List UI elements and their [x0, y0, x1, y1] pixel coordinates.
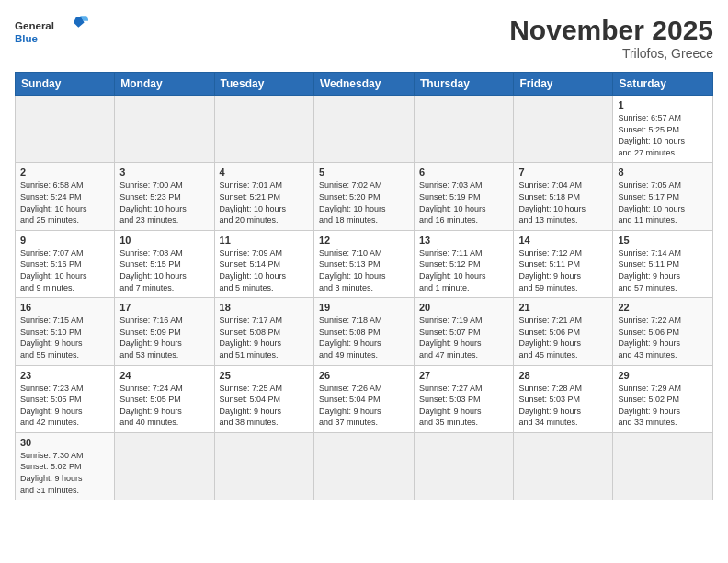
day-number: 19 [319, 302, 409, 313]
day-info: Sunrise: 7:04 AM Sunset: 5:18 PM Dayligh… [518, 179, 608, 225]
day-info: Sunrise: 6:58 AM Sunset: 5:24 PM Dayligh… [20, 179, 109, 225]
day-info: Sunrise: 7:26 AM Sunset: 5:04 PM Dayligh… [319, 383, 409, 429]
calendar-cell: 12Sunrise: 7:10 AM Sunset: 5:13 PM Dayli… [313, 230, 414, 297]
day-number: 30 [20, 437, 109, 448]
day-info: Sunrise: 7:22 AM Sunset: 5:06 PM Dayligh… [618, 315, 708, 361]
day-info: Sunrise: 7:05 AM Sunset: 5:17 PM Dayligh… [618, 179, 708, 225]
day-number: 15 [618, 235, 708, 246]
calendar-cell [115, 432, 214, 500]
day-info: Sunrise: 7:14 AM Sunset: 5:11 PM Dayligh… [618, 247, 708, 293]
calendar-cell: 16Sunrise: 7:15 AM Sunset: 5:10 PM Dayli… [16, 298, 115, 365]
weekday-header-sunday: Sunday [16, 73, 115, 96]
day-info: Sunrise: 7:07 AM Sunset: 5:16 PM Dayligh… [20, 247, 109, 293]
day-number: 2 [20, 167, 109, 178]
day-info: Sunrise: 7:12 AM Sunset: 5:11 PM Dayligh… [518, 247, 608, 293]
day-number: 1 [618, 99, 708, 110]
day-number: 18 [220, 302, 309, 313]
location: Trilofos, Greece [509, 46, 713, 61]
weekday-header-monday: Monday [115, 73, 214, 96]
weekday-header-saturday: Saturday [613, 73, 713, 96]
day-number: 4 [220, 167, 309, 178]
calendar-cell: 24Sunrise: 7:24 AM Sunset: 5:05 PM Dayli… [115, 365, 214, 432]
day-number: 9 [20, 235, 109, 246]
page-header: General Blue November 2025 Trilofos, Gre… [15, 15, 713, 61]
calendar-cell: 20Sunrise: 7:19 AM Sunset: 5:07 PM Dayli… [414, 298, 514, 365]
calendar-cell: 26Sunrise: 7:26 AM Sunset: 5:04 PM Dayli… [313, 365, 414, 432]
calendar-cell: 11Sunrise: 7:09 AM Sunset: 5:14 PM Dayli… [214, 230, 313, 297]
day-info: Sunrise: 7:15 AM Sunset: 5:10 PM Dayligh… [20, 315, 109, 361]
weekday-header-friday: Friday [514, 73, 613, 96]
calendar-week-5: 23Sunrise: 7:23 AM Sunset: 5:05 PM Dayli… [16, 365, 713, 432]
calendar-cell: 21Sunrise: 7:21 AM Sunset: 5:06 PM Dayli… [514, 298, 613, 365]
calendar-table: SundayMondayTuesdayWednesdayThursdayFrid… [15, 72, 713, 500]
day-number: 29 [618, 370, 708, 381]
day-info: Sunrise: 7:19 AM Sunset: 5:07 PM Dayligh… [419, 315, 509, 361]
calendar-week-3: 9Sunrise: 7:07 AM Sunset: 5:16 PM Daylig… [16, 230, 713, 297]
calendar-cell: 13Sunrise: 7:11 AM Sunset: 5:12 PM Dayli… [414, 230, 514, 297]
calendar-cell [613, 432, 713, 500]
day-number: 13 [419, 235, 509, 246]
calendar-cell: 14Sunrise: 7:12 AM Sunset: 5:11 PM Dayli… [514, 230, 613, 297]
calendar-cell: 1Sunrise: 6:57 AM Sunset: 5:25 PM Daylig… [613, 96, 713, 163]
calendar-cell: 7Sunrise: 7:04 AM Sunset: 5:18 PM Daylig… [514, 163, 613, 230]
day-number: 14 [518, 235, 608, 246]
day-number: 25 [220, 370, 309, 381]
day-number: 20 [419, 302, 509, 313]
calendar-cell: 6Sunrise: 7:03 AM Sunset: 5:19 PM Daylig… [414, 163, 514, 230]
calendar-cell: 28Sunrise: 7:28 AM Sunset: 5:03 PM Dayli… [514, 365, 613, 432]
calendar-cell: 29Sunrise: 7:29 AM Sunset: 5:02 PM Dayli… [613, 365, 713, 432]
svg-text:Blue: Blue [15, 33, 39, 44]
calendar-cell [414, 96, 514, 163]
calendar-cell: 18Sunrise: 7:17 AM Sunset: 5:08 PM Dayli… [214, 298, 313, 365]
logo-icon: General Blue [15, 15, 88, 52]
day-number: 26 [319, 370, 409, 381]
day-info: Sunrise: 7:29 AM Sunset: 5:02 PM Dayligh… [618, 383, 708, 429]
day-info: Sunrise: 7:21 AM Sunset: 5:06 PM Dayligh… [518, 315, 608, 361]
day-info: Sunrise: 6:57 AM Sunset: 5:25 PM Dayligh… [618, 112, 708, 158]
weekday-header-thursday: Thursday [414, 73, 514, 96]
day-info: Sunrise: 7:01 AM Sunset: 5:21 PM Dayligh… [220, 179, 309, 225]
calendar-week-6: 30Sunrise: 7:30 AM Sunset: 5:02 PM Dayli… [16, 432, 713, 500]
day-number: 21 [518, 302, 608, 313]
day-info: Sunrise: 7:24 AM Sunset: 5:05 PM Dayligh… [119, 383, 209, 429]
calendar-week-4: 16Sunrise: 7:15 AM Sunset: 5:10 PM Dayli… [16, 298, 713, 365]
calendar-cell: 19Sunrise: 7:18 AM Sunset: 5:08 PM Dayli… [313, 298, 414, 365]
day-number: 6 [419, 167, 509, 178]
day-info: Sunrise: 7:02 AM Sunset: 5:20 PM Dayligh… [319, 179, 409, 225]
day-number: 3 [119, 167, 209, 178]
calendar-cell [313, 432, 414, 500]
day-info: Sunrise: 7:16 AM Sunset: 5:09 PM Dayligh… [119, 315, 209, 361]
calendar-cell: 2Sunrise: 6:58 AM Sunset: 5:24 PM Daylig… [16, 163, 115, 230]
day-info: Sunrise: 7:00 AM Sunset: 5:23 PM Dayligh… [119, 179, 209, 225]
calendar-cell [214, 432, 313, 500]
calendar-cell: 15Sunrise: 7:14 AM Sunset: 5:11 PM Dayli… [613, 230, 713, 297]
day-info: Sunrise: 7:28 AM Sunset: 5:03 PM Dayligh… [518, 383, 608, 429]
day-number: 12 [319, 235, 409, 246]
day-number: 5 [319, 167, 409, 178]
day-info: Sunrise: 7:25 AM Sunset: 5:04 PM Dayligh… [220, 383, 309, 429]
calendar-cell: 4Sunrise: 7:01 AM Sunset: 5:21 PM Daylig… [214, 163, 313, 230]
weekday-header-row: SundayMondayTuesdayWednesdayThursdayFrid… [16, 73, 713, 96]
calendar-cell [414, 432, 514, 500]
day-info: Sunrise: 7:17 AM Sunset: 5:08 PM Dayligh… [220, 315, 309, 361]
day-number: 7 [518, 167, 608, 178]
calendar-cell: 23Sunrise: 7:23 AM Sunset: 5:05 PM Dayli… [16, 365, 115, 432]
calendar-cell [214, 96, 313, 163]
calendar-cell: 27Sunrise: 7:27 AM Sunset: 5:03 PM Dayli… [414, 365, 514, 432]
day-number: 11 [220, 235, 309, 246]
day-number: 22 [618, 302, 708, 313]
calendar-cell: 9Sunrise: 7:07 AM Sunset: 5:16 PM Daylig… [16, 230, 115, 297]
calendar-cell: 17Sunrise: 7:16 AM Sunset: 5:09 PM Dayli… [115, 298, 214, 365]
calendar-cell: 22Sunrise: 7:22 AM Sunset: 5:06 PM Dayli… [613, 298, 713, 365]
day-number: 16 [20, 302, 109, 313]
calendar-cell [115, 96, 214, 163]
calendar-cell: 8Sunrise: 7:05 AM Sunset: 5:17 PM Daylig… [613, 163, 713, 230]
weekday-header-tuesday: Tuesday [214, 73, 313, 96]
calendar-cell [514, 96, 613, 163]
day-info: Sunrise: 7:18 AM Sunset: 5:08 PM Dayligh… [319, 315, 409, 361]
svg-text:General: General [15, 20, 54, 31]
calendar-cell [313, 96, 414, 163]
day-info: Sunrise: 7:03 AM Sunset: 5:19 PM Dayligh… [419, 179, 509, 225]
day-number: 17 [119, 302, 209, 313]
day-info: Sunrise: 7:08 AM Sunset: 5:15 PM Dayligh… [119, 247, 209, 293]
